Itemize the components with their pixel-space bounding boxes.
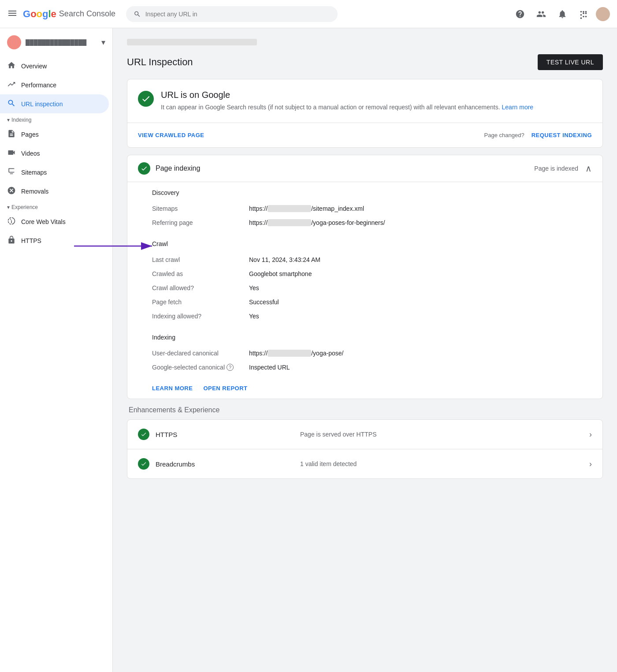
page-changed-label: Page changed?	[484, 132, 524, 138]
breadcrumb-blurred: ████████████████████████████████	[127, 39, 257, 45]
property-avatar	[7, 35, 21, 49]
property-name: ███████████████	[26, 39, 101, 46]
page-fetch-value: Successful	[249, 299, 592, 306]
crawl-allowed-label: Crawl allowed?	[152, 284, 249, 291]
sidebar-item-removals[interactable]: Removals	[0, 182, 109, 201]
sidebar-item-https[interactable]: HTTPS	[0, 231, 109, 250]
sidebar-item-pages-label: Pages	[21, 131, 39, 138]
people-icon-btn[interactable]	[532, 5, 550, 23]
user-canonical-row: User-declared canonical https://████████…	[152, 346, 592, 360]
indexing-section-label: Indexing	[11, 117, 31, 123]
removals-icon	[7, 186, 16, 196]
crawled-as-row: Crawled as Googlebot smartphone	[152, 267, 592, 281]
experience-section-header[interactable]: ▾ Experience	[0, 201, 112, 212]
sidebar-item-url-inspection[interactable]: URL inspection	[0, 94, 109, 113]
last-crawl-value: Nov 11, 2024, 3:43:24 AM	[249, 256, 592, 263]
test-live-url-button[interactable]: TEST LIVE URL	[538, 54, 603, 70]
crawled-as-label: Crawled as	[152, 270, 249, 277]
page-fetch-label: Page fetch	[152, 299, 249, 306]
sidebar-item-overview[interactable]: Overview	[0, 56, 109, 75]
search-bar[interactable]	[126, 6, 338, 22]
status-title: URL is on Google	[161, 90, 533, 100]
sidebar-item-overview-label: Overview	[21, 63, 47, 70]
menu-icon[interactable]	[7, 8, 18, 20]
sidebar-item-videos-label: Videos	[21, 150, 40, 157]
sidebar-item-videos[interactable]: Videos	[0, 144, 109, 163]
crawled-as-value: Googlebot smartphone	[249, 270, 592, 277]
property-selector[interactable]: ███████████████ ▾	[0, 32, 112, 56]
crawl-allowed-value: Yes	[249, 284, 592, 291]
chevron-up-icon: ∧	[585, 163, 592, 174]
section-header-left: Page indexing	[138, 162, 200, 175]
indexing-section-header[interactable]: ▾ Indexing	[0, 113, 112, 125]
referring-page-row: Referring page https://██████████/yoga-p…	[152, 216, 592, 230]
layout: ███████████████ ▾ Overview Performance	[0, 28, 617, 672]
crawl-allowed-row: Crawl allowed? Yes	[152, 281, 592, 295]
google-canonical-label: Google-selected canonical ?	[152, 364, 249, 371]
sidebar-item-core-web-vitals[interactable]: Core Web Vitals	[0, 212, 109, 231]
view-crawled-page-button[interactable]: VIEW CRAWLED PAGE	[138, 130, 204, 140]
crawl-section: Crawl Last crawl Nov 11, 2024, 3:43:24 A…	[127, 233, 602, 327]
chevron-down-icon-indexing: ▾	[7, 117, 10, 123]
status-icon	[138, 91, 154, 107]
https-enhancement-row[interactable]: HTTPS Page is served over HTTPS ›	[127, 420, 602, 449]
page-fetch-row: Page fetch Successful	[152, 295, 592, 309]
indexing-card-footer: LEARN MORE OPEN REPORT	[127, 378, 602, 399]
info-icon[interactable]: ?	[227, 364, 234, 371]
last-crawl-row: Last crawl Nov 11, 2024, 3:43:24 AM	[152, 253, 592, 267]
learn-more-button[interactable]: LEARN MORE	[152, 385, 193, 392]
user-canonical-label: User-declared canonical	[152, 350, 249, 357]
https-name: HTTPS	[156, 431, 300, 438]
breadcrumbs-status: 1 valid item detected	[300, 460, 589, 467]
bell-icon-btn[interactable]	[554, 5, 571, 23]
indexing-section-toggle[interactable]: Page indexing Page is indexed ∧	[127, 155, 602, 182]
chevron-down-icon-experience: ▾	[7, 204, 10, 210]
indexing-subsection: Indexing User-declared canonical https:/…	[127, 327, 602, 378]
referring-page-value: https://██████████/yoga-poses-for-beginn…	[249, 219, 592, 226]
enhancements-card: HTTPS Page is served over HTTPS › Breadc…	[127, 419, 603, 479]
indexing-check-icon	[138, 162, 150, 175]
enhancements-section: Enhancements & Experience HTTPS Page is …	[127, 406, 603, 479]
top-bar: G o o g l e Search Console	[0, 0, 617, 28]
breadcrumbs-check-icon	[138, 458, 150, 470]
last-crawl-label: Last crawl	[152, 256, 249, 263]
search-nav-icon	[7, 99, 16, 109]
enhancements-title: Enhancements & Experience	[127, 406, 603, 414]
breadcrumbs-arrow-icon: ›	[589, 459, 592, 469]
indexing-subsection-title: Indexing	[152, 334, 592, 341]
sidebar-item-https-label: HTTPS	[21, 237, 41, 244]
referring-page-label: Referring page	[152, 219, 249, 226]
sitemaps-value: https://██████████/sitemap_index.xml	[249, 205, 592, 212]
indexing-card: Page indexing Page is indexed ∧ Discover…	[127, 155, 603, 399]
sidebar-item-url-inspection-label: URL inspection	[21, 101, 63, 108]
search-input[interactable]	[145, 11, 330, 18]
card-actions: VIEW CRAWLED PAGE Page changed? REQUEST …	[127, 123, 602, 147]
indexing-section-title: Page indexing	[156, 164, 200, 172]
sidebar-item-sitemaps-label: Sitemaps	[21, 169, 47, 176]
search-icon	[134, 10, 141, 18]
sitemaps-icon	[7, 167, 16, 177]
sidebar-item-pages[interactable]: Pages	[0, 125, 109, 144]
sidebar-item-performance-label: Performance	[21, 82, 56, 89]
avatar[interactable]	[596, 7, 610, 21]
videos-icon	[7, 148, 16, 158]
status-desc: It can appear in Google Search results (…	[161, 103, 533, 112]
learn-more-link[interactable]: Learn more	[502, 104, 534, 111]
dropdown-icon: ▾	[101, 37, 105, 47]
sidebar-item-performance[interactable]: Performance	[0, 75, 109, 94]
lock-icon	[7, 235, 16, 246]
request-indexing-button[interactable]: REQUEST INDEXING	[532, 130, 592, 140]
open-report-button[interactable]: OPEN REPORT	[203, 385, 247, 392]
main-content: ████████████████████████████████ URL Ins…	[113, 28, 617, 672]
sitemaps-label: Sitemaps	[152, 205, 249, 212]
grid-icon-btn[interactable]	[575, 5, 592, 23]
https-arrow-icon: ›	[589, 430, 592, 439]
sidebar-item-sitemaps[interactable]: Sitemaps	[0, 163, 109, 182]
google-canonical-row: Google-selected canonical ? Inspected UR…	[152, 360, 592, 374]
status-card-header: URL is on Google It can appear in Google…	[127, 79, 602, 123]
page-title: URL Inspection	[127, 56, 193, 68]
breadcrumbs-enhancement-row[interactable]: Breadcrumbs 1 valid item detected ›	[127, 449, 602, 478]
indexing-allowed-row: Indexing allowed? Yes	[152, 309, 592, 323]
help-icon-btn[interactable]	[511, 5, 529, 23]
indexing-status: Page is indexed	[534, 165, 578, 172]
